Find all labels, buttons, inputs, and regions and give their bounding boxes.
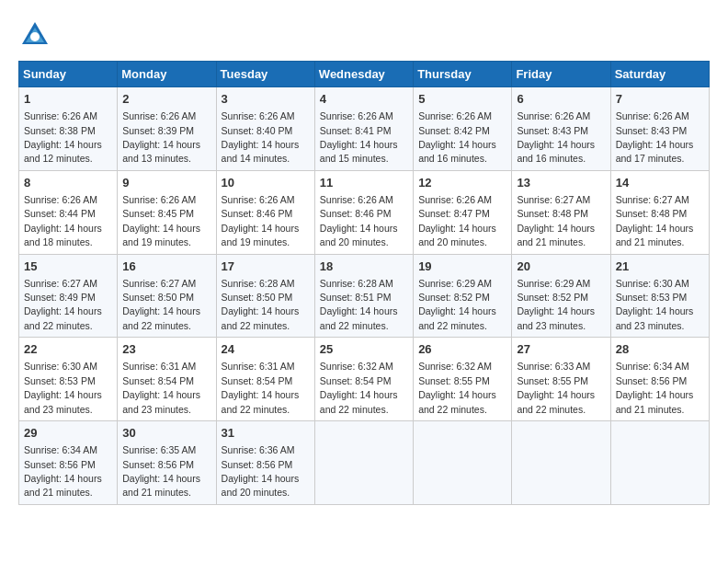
sunset-info: Sunset: 8:47 PM (418, 208, 490, 219)
sunrise-info: Sunrise: 6:26 AM (222, 110, 295, 121)
day-number: 21 (616, 259, 704, 275)
sunrise-info: Sunrise: 6:29 AM (517, 278, 590, 289)
sunrise-info: Sunrise: 6:26 AM (122, 194, 196, 205)
calendar-cell: 17Sunrise: 6:28 AMSunset: 8:50 PMDayligh… (216, 254, 314, 338)
daylight-info: Daylight: 14 hours and 18 minutes. (24, 223, 102, 247)
sunrise-info: Sunrise: 6:28 AM (320, 278, 393, 289)
daylight-info: Daylight: 14 hours and 22 minutes. (418, 389, 496, 414)
day-number: 12 (418, 175, 506, 191)
day-number: 26 (418, 341, 506, 358)
daylight-info: Daylight: 14 hours and 22 minutes. (517, 389, 595, 414)
sunrise-info: Sunrise: 6:26 AM (616, 110, 689, 121)
sunrise-info: Sunrise: 6:26 AM (24, 194, 97, 205)
calendar-cell: 6Sunrise: 6:26 AMSunset: 8:43 PMDaylight… (512, 87, 610, 171)
sunrise-info: Sunrise: 6:36 AM (222, 444, 295, 455)
daylight-info: Daylight: 14 hours and 23 minutes. (24, 389, 102, 414)
daylight-info: Daylight: 14 hours and 23 minutes. (517, 305, 595, 330)
day-number: 4 (320, 91, 408, 108)
day-number: 9 (122, 175, 210, 191)
daylight-info: Daylight: 14 hours and 19 minutes. (222, 223, 300, 247)
sunset-info: Sunset: 8:52 PM (517, 292, 588, 303)
calendar-cell: 2Sunrise: 6:26 AMSunset: 8:39 PMDaylight… (118, 87, 216, 171)
day-number: 15 (24, 259, 112, 275)
sunrise-info: Sunrise: 6:28 AM (222, 278, 295, 289)
logo-icon (18, 18, 51, 52)
calendar-cell: 15Sunrise: 6:27 AMSunset: 8:49 PMDayligh… (19, 254, 118, 338)
day-number: 24 (222, 341, 310, 358)
calendar-cell: 9Sunrise: 6:26 AMSunset: 8:45 PMDaylight… (118, 170, 216, 254)
calendar-cell: 13Sunrise: 6:27 AMSunset: 8:48 PMDayligh… (512, 170, 610, 254)
sunrise-info: Sunrise: 6:26 AM (320, 110, 393, 121)
daylight-info: Daylight: 14 hours and 21 minutes. (517, 223, 595, 247)
daylight-info: Daylight: 14 hours and 22 minutes. (320, 305, 398, 330)
day-number: 17 (222, 259, 310, 275)
sunset-info: Sunset: 8:51 PM (320, 292, 392, 303)
calendar-week-4: 22Sunrise: 6:30 AMSunset: 8:53 PMDayligh… (19, 338, 710, 421)
day-number: 5 (418, 91, 506, 108)
day-number: 8 (24, 175, 112, 191)
sunset-info: Sunset: 8:38 PM (24, 125, 96, 136)
sunrise-info: Sunrise: 6:31 AM (122, 361, 196, 372)
calendar-week-5: 29Sunrise: 6:34 AMSunset: 8:56 PMDayligh… (19, 421, 710, 505)
sunrise-info: Sunrise: 6:32 AM (320, 361, 393, 372)
day-number: 16 (122, 259, 210, 275)
day-header-sunday: Sunday (19, 62, 118, 87)
sunrise-info: Sunrise: 6:34 AM (24, 444, 97, 455)
calendar-cell: 7Sunrise: 6:26 AMSunset: 8:43 PMDaylight… (610, 87, 709, 171)
day-header-thursday: Thursday (414, 62, 512, 87)
sunset-info: Sunset: 8:55 PM (418, 375, 490, 386)
sunset-info: Sunset: 8:49 PM (24, 292, 96, 303)
calendar-cell: 30Sunrise: 6:35 AMSunset: 8:56 PMDayligh… (118, 421, 216, 505)
calendar-cell: 5Sunrise: 6:26 AMSunset: 8:42 PMDaylight… (414, 87, 512, 171)
calendar-cell: 20Sunrise: 6:29 AMSunset: 8:52 PMDayligh… (512, 254, 610, 338)
sunset-info: Sunset: 8:50 PM (222, 292, 293, 303)
calendar-cell: 1Sunrise: 6:26 AMSunset: 8:38 PMDaylight… (19, 87, 118, 171)
daylight-info: Daylight: 14 hours and 21 minutes. (122, 473, 200, 498)
sunset-info: Sunset: 8:42 PM (418, 125, 490, 136)
sunrise-info: Sunrise: 6:30 AM (616, 278, 689, 289)
calendar-cell: 22Sunrise: 6:30 AMSunset: 8:53 PMDayligh… (19, 338, 118, 421)
calendar-cell: 25Sunrise: 6:32 AMSunset: 8:54 PMDayligh… (314, 338, 413, 421)
sunrise-info: Sunrise: 6:32 AM (418, 361, 492, 372)
sunset-info: Sunset: 8:43 PM (616, 125, 688, 136)
day-header-saturday: Saturday (610, 62, 709, 87)
calendar-cell: 23Sunrise: 6:31 AMSunset: 8:54 PMDayligh… (118, 338, 216, 421)
day-number: 6 (517, 91, 605, 108)
sunrise-info: Sunrise: 6:27 AM (616, 194, 689, 205)
sunset-info: Sunset: 8:46 PM (222, 208, 293, 219)
sunrise-info: Sunrise: 6:26 AM (320, 194, 393, 205)
day-number: 25 (320, 341, 408, 358)
calendar-header-row: SundayMondayTuesdayWednesdayThursdayFrid… (19, 62, 710, 87)
day-number: 18 (320, 259, 408, 275)
daylight-info: Daylight: 14 hours and 12 minutes. (24, 139, 102, 164)
day-header-wednesday: Wednesday (314, 62, 413, 87)
calendar-cell: 12Sunrise: 6:26 AMSunset: 8:47 PMDayligh… (414, 170, 512, 254)
daylight-info: Daylight: 14 hours and 14 minutes. (222, 139, 300, 164)
day-number: 30 (122, 425, 210, 442)
calendar-cell (314, 421, 413, 505)
daylight-info: Daylight: 14 hours and 22 minutes. (418, 305, 496, 330)
day-number: 22 (24, 341, 112, 358)
sunrise-info: Sunrise: 6:26 AM (222, 194, 295, 205)
calendar-cell: 18Sunrise: 6:28 AMSunset: 8:51 PMDayligh… (314, 254, 413, 338)
calendar-cell: 16Sunrise: 6:27 AMSunset: 8:50 PMDayligh… (118, 254, 216, 338)
day-header-tuesday: Tuesday (216, 62, 314, 87)
daylight-info: Daylight: 14 hours and 21 minutes. (616, 389, 694, 414)
sunset-info: Sunset: 8:53 PM (24, 375, 96, 386)
calendar-cell: 14Sunrise: 6:27 AMSunset: 8:48 PMDayligh… (610, 170, 709, 254)
sunset-info: Sunset: 8:40 PM (222, 125, 293, 136)
calendar-cell: 24Sunrise: 6:31 AMSunset: 8:54 PMDayligh… (216, 338, 314, 421)
calendar-cell: 3Sunrise: 6:26 AMSunset: 8:40 PMDaylight… (216, 87, 314, 171)
sunset-info: Sunset: 8:39 PM (122, 125, 194, 136)
daylight-info: Daylight: 14 hours and 22 minutes. (122, 305, 200, 330)
calendar-cell: 26Sunrise: 6:32 AMSunset: 8:55 PMDayligh… (414, 338, 512, 421)
sunset-info: Sunset: 8:54 PM (222, 375, 293, 386)
calendar-cell (512, 421, 610, 505)
calendar-week-3: 15Sunrise: 6:27 AMSunset: 8:49 PMDayligh… (19, 254, 710, 338)
sunrise-info: Sunrise: 6:29 AM (418, 278, 492, 289)
daylight-info: Daylight: 14 hours and 22 minutes. (320, 389, 398, 414)
daylight-info: Daylight: 14 hours and 23 minutes. (122, 389, 200, 414)
sunset-info: Sunset: 8:54 PM (320, 375, 392, 386)
sunset-info: Sunset: 8:56 PM (616, 375, 688, 386)
sunrise-info: Sunrise: 6:27 AM (517, 194, 590, 205)
